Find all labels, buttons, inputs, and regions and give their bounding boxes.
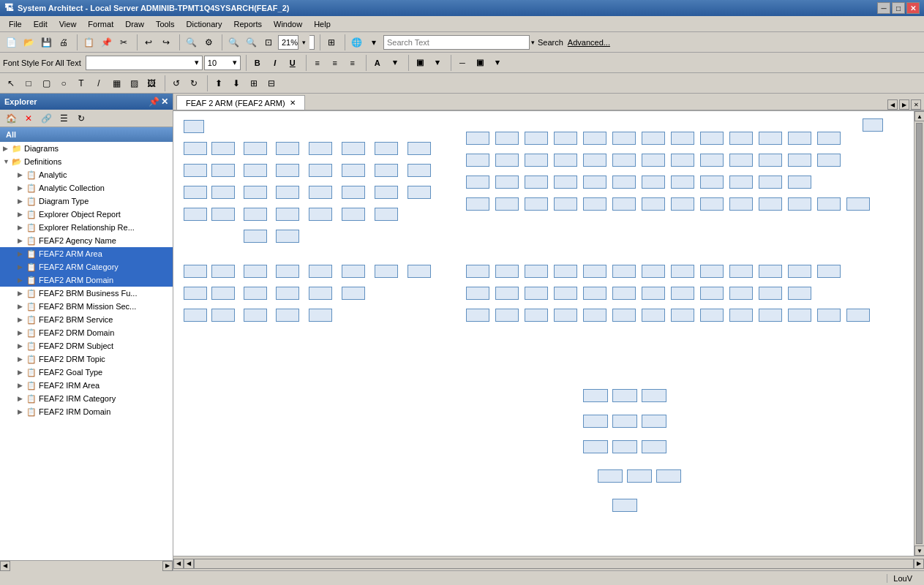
zoom-dropdown[interactable]: ▾ bbox=[298, 35, 309, 50]
search-input[interactable] bbox=[383, 35, 530, 50]
explorer-link-button[interactable]: 🔗 bbox=[38, 110, 54, 127]
hscroll-left-button[interactable]: ◀ bbox=[0, 561, 10, 571]
diag-box-3[interactable] bbox=[211, 142, 235, 155]
lrrr8[interactable] bbox=[671, 309, 694, 322]
redo-button[interactable]: ↪ bbox=[158, 34, 174, 50]
tree-item-feaf2-irm-category[interactable]: ▶ 📋 FEAF2 IRM Category bbox=[0, 392, 173, 405]
props-button[interactable]: ⚙ bbox=[200, 34, 217, 50]
tree-item-diagrams[interactable]: ▶ 📁 Diagrams bbox=[0, 142, 173, 155]
fill-color-picker-button[interactable]: ▾ bbox=[429, 56, 446, 70]
minimize-button[interactable]: ─ bbox=[877, 2, 890, 14]
bc7[interactable] bbox=[583, 440, 608, 453]
bc9[interactable] bbox=[642, 440, 666, 453]
t6[interactable] bbox=[342, 287, 365, 300]
explorer-filter[interactable]: All bbox=[0, 127, 173, 142]
explorer-list-button[interactable]: ☰ bbox=[56, 110, 72, 127]
e4[interactable] bbox=[276, 208, 299, 221]
t4[interactable] bbox=[276, 287, 299, 300]
undo-button[interactable]: ↩ bbox=[140, 34, 157, 50]
explorer-pin-button[interactable]: 📌 bbox=[149, 97, 159, 107]
t2[interactable] bbox=[211, 287, 235, 300]
rect-tool[interactable]: □ bbox=[20, 75, 37, 91]
rr8[interactable] bbox=[671, 154, 694, 167]
nav-button[interactable]: ▾ bbox=[366, 34, 382, 50]
s6[interactable] bbox=[342, 265, 365, 278]
b9[interactable] bbox=[700, 197, 724, 211]
lr11[interactable] bbox=[759, 265, 782, 278]
rrr9[interactable] bbox=[700, 176, 724, 189]
r5[interactable] bbox=[583, 132, 606, 145]
lrr8[interactable] bbox=[671, 287, 694, 300]
lrr6[interactable] bbox=[612, 287, 636, 300]
hscroll-content-nav-button[interactable]: ◀ bbox=[184, 559, 194, 569]
rr1[interactable] bbox=[466, 154, 489, 167]
menu-reports[interactable]: Reports bbox=[228, 18, 268, 30]
tree-item-feaf2-drm-subject[interactable]: ▶ 📋 FEAF2 DRM Subject bbox=[0, 339, 173, 352]
tree-item-analytic-collection[interactable]: ▶ 📋 Analytic Collection bbox=[0, 181, 173, 195]
rrr10[interactable] bbox=[729, 176, 753, 189]
tree-item-diagram-type[interactable]: ▶ 📋 Diagram Type bbox=[0, 195, 173, 208]
r4[interactable] bbox=[554, 132, 577, 145]
ellipse-tool[interactable]: ○ bbox=[56, 75, 72, 91]
b1[interactable] bbox=[466, 197, 489, 211]
r9[interactable] bbox=[700, 132, 724, 145]
e2[interactable] bbox=[211, 208, 235, 221]
text-tool[interactable]: T bbox=[73, 75, 89, 91]
menu-draw[interactable]: Draw bbox=[119, 18, 150, 30]
paste-button[interactable]: 📌 bbox=[98, 34, 114, 50]
menu-view[interactable]: View bbox=[53, 18, 83, 30]
zoom-fit-button[interactable]: ⊡ bbox=[260, 34, 277, 50]
lr4[interactable] bbox=[554, 265, 577, 278]
rr7[interactable] bbox=[642, 154, 665, 167]
diag-box-9[interactable] bbox=[407, 142, 431, 155]
lrrr6[interactable] bbox=[612, 309, 636, 322]
diag-box-7[interactable] bbox=[342, 142, 365, 155]
b14[interactable] bbox=[846, 197, 870, 211]
zoom-out-button[interactable]: 🔍 bbox=[243, 34, 259, 50]
explorer-home-button[interactable]: 🏠 bbox=[3, 110, 19, 127]
b12[interactable] bbox=[788, 197, 811, 211]
hscroll-content-right-button[interactable]: ▶ bbox=[914, 559, 924, 569]
lrrr13[interactable] bbox=[817, 309, 841, 322]
t5[interactable] bbox=[309, 287, 332, 300]
rr10[interactable] bbox=[729, 154, 753, 167]
rrr5[interactable] bbox=[583, 176, 606, 189]
tree-item-feaf2-brm-business[interactable]: ▶ 📋 FEAF2 BRM Business Fu... bbox=[0, 287, 173, 300]
tab-scroll-left-button[interactable]: ◀ bbox=[887, 99, 898, 110]
align-right-button[interactable]: ≡ bbox=[345, 56, 361, 70]
b7[interactable] bbox=[642, 197, 665, 211]
s4[interactable] bbox=[276, 265, 299, 278]
tab-feaf2-arm[interactable]: FEAF 2 ARM (FEAF2 ARM) ✕ bbox=[176, 95, 305, 110]
line-color-picker-button[interactable]: ▾ bbox=[489, 56, 506, 70]
diag-box-2[interactable] bbox=[184, 142, 207, 155]
lr7[interactable] bbox=[642, 265, 665, 278]
lr2[interactable] bbox=[495, 265, 519, 278]
r7[interactable] bbox=[642, 132, 665, 145]
advanced-label[interactable]: Advanced... bbox=[568, 38, 610, 47]
menu-file[interactable]: File bbox=[3, 18, 28, 30]
fill-color-button[interactable]: ▣ bbox=[412, 56, 428, 70]
e5[interactable] bbox=[309, 208, 332, 221]
lr1[interactable] bbox=[466, 265, 489, 278]
explorer-refresh-button[interactable]: ↻ bbox=[73, 110, 89, 127]
image-tool[interactable]: 🖼 bbox=[143, 75, 159, 91]
u4[interactable] bbox=[276, 309, 299, 322]
search-label[interactable]: Search bbox=[538, 38, 563, 47]
maximize-button[interactable]: □ bbox=[892, 2, 905, 14]
font-color-button[interactable]: A bbox=[369, 56, 386, 70]
lrr7[interactable] bbox=[642, 287, 665, 300]
font-family-dropdown[interactable]: ▾ bbox=[86, 56, 203, 70]
lrrr9[interactable] bbox=[700, 309, 724, 322]
r6[interactable] bbox=[612, 132, 636, 145]
zoom-in-button[interactable]: 🔍 bbox=[225, 34, 241, 50]
rr6[interactable] bbox=[612, 154, 636, 167]
d4[interactable] bbox=[276, 186, 299, 199]
s8[interactable] bbox=[407, 265, 431, 278]
e7[interactable] bbox=[375, 208, 398, 221]
b2[interactable] bbox=[495, 197, 519, 211]
tree-item-feaf2-goal-type[interactable]: ▶ 📋 FEAF2 Goal Type bbox=[0, 366, 173, 379]
lr6[interactable] bbox=[612, 265, 636, 278]
rr13[interactable] bbox=[817, 154, 841, 167]
menu-window[interactable]: Window bbox=[268, 18, 308, 30]
menu-edit[interactable]: Edit bbox=[28, 18, 53, 30]
